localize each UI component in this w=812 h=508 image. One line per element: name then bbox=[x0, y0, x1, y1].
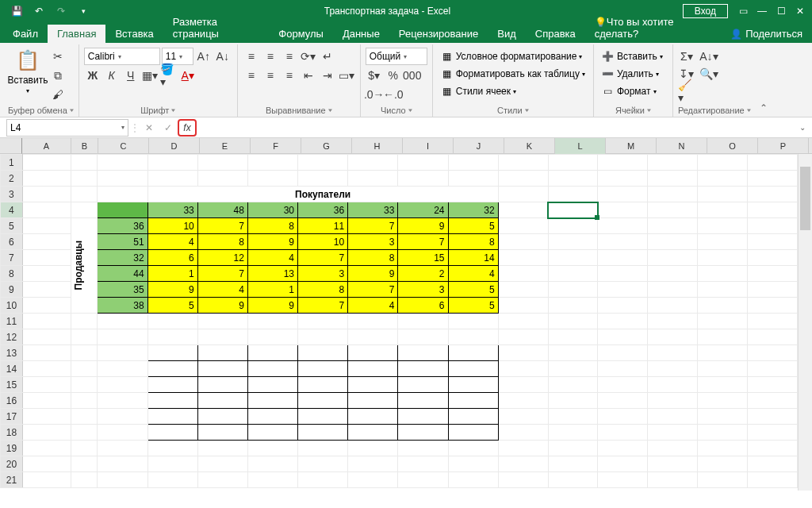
enter-formula-icon[interactable]: ✓ bbox=[159, 119, 178, 137]
cell-C1[interactable] bbox=[98, 155, 147, 171]
cell-M10[interactable] bbox=[598, 298, 648, 314]
cell-A11[interactable] bbox=[22, 314, 71, 329]
close-icon[interactable]: ✕ bbox=[791, 2, 809, 20]
cell-E21[interactable] bbox=[197, 472, 247, 488]
cell-I21[interactable] bbox=[398, 472, 448, 488]
cell-M5[interactable] bbox=[598, 218, 648, 234]
cell-A7[interactable] bbox=[22, 250, 71, 266]
column-header-P[interactable]: P bbox=[758, 138, 809, 154]
cell-H4[interactable]: 33 bbox=[348, 202, 398, 218]
cell-C14[interactable] bbox=[98, 361, 147, 377]
cell-I20[interactable] bbox=[398, 456, 448, 472]
cell-F15[interactable] bbox=[247, 377, 297, 393]
cell-I7[interactable]: 15 bbox=[398, 250, 448, 266]
tellme-box[interactable]: 💡Что вы хотите сделать? bbox=[585, 13, 721, 43]
cell-G7[interactable]: 7 bbox=[298, 250, 348, 266]
cell-E14[interactable] bbox=[197, 361, 247, 377]
cell-O1[interactable] bbox=[698, 155, 748, 171]
grid-body[interactable]: 123Покупатели4334830363324325Продавцы361… bbox=[0, 154, 798, 508]
cell-N11[interactable] bbox=[648, 314, 698, 329]
cell-E16[interactable] bbox=[197, 393, 247, 409]
cell-C3[interactable] bbox=[98, 187, 147, 202]
cell-A6[interactable] bbox=[22, 234, 71, 250]
row-header-5[interactable]: 5 bbox=[1, 218, 23, 234]
cell-J9[interactable]: 5 bbox=[448, 282, 498, 298]
cell-O10[interactable] bbox=[698, 298, 748, 314]
share-button[interactable]: 👤Поделиться bbox=[721, 25, 812, 43]
column-header-C[interactable]: C bbox=[98, 138, 149, 154]
cell-L18[interactable] bbox=[548, 425, 598, 441]
vertical-scrollbar[interactable] bbox=[798, 154, 812, 491]
row-header-18[interactable]: 18 bbox=[1, 425, 23, 441]
cell-A2[interactable] bbox=[22, 171, 71, 187]
increase-font-icon[interactable]: A↑ bbox=[195, 48, 213, 65]
cell-B18[interactable] bbox=[71, 425, 98, 441]
cell-K5[interactable] bbox=[498, 218, 548, 234]
align-middle-icon[interactable]: ≡ bbox=[262, 48, 279, 65]
cell-F14[interactable] bbox=[247, 361, 297, 377]
cell-E8[interactable]: 7 bbox=[197, 266, 247, 282]
cell-L8[interactable] bbox=[548, 266, 598, 282]
cell-C15[interactable] bbox=[98, 377, 147, 393]
cell-P2[interactable] bbox=[748, 171, 798, 187]
cell-M20[interactable] bbox=[598, 456, 648, 472]
cell-D5[interactable]: 10 bbox=[147, 218, 197, 234]
cell-H10[interactable]: 4 bbox=[348, 298, 398, 314]
cell-N16[interactable] bbox=[648, 393, 698, 409]
cell-N5[interactable] bbox=[648, 218, 698, 234]
cell-A15[interactable] bbox=[22, 377, 71, 393]
cell-M14[interactable] bbox=[598, 361, 648, 377]
cell-N8[interactable] bbox=[648, 266, 698, 282]
maximize-icon[interactable]: ☐ bbox=[772, 2, 790, 20]
cell-J16[interactable] bbox=[448, 393, 498, 409]
cell-I12[interactable] bbox=[398, 329, 448, 345]
cell-B17[interactable] bbox=[71, 409, 98, 425]
italic-button[interactable]: К bbox=[103, 67, 121, 84]
cell-C17[interactable] bbox=[98, 409, 147, 425]
cell-I11[interactable] bbox=[398, 314, 448, 329]
percent-icon[interactable]: % bbox=[385, 67, 402, 84]
cell-F9[interactable]: 1 bbox=[247, 282, 297, 298]
column-header-H[interactable]: H bbox=[352, 138, 403, 154]
cell-K17[interactable] bbox=[498, 409, 548, 425]
cell-E19[interactable] bbox=[197, 441, 247, 456]
fill-color-icon[interactable]: 🪣▾ bbox=[160, 67, 178, 84]
cell-O21[interactable] bbox=[698, 472, 748, 488]
borders-icon[interactable]: ▦▾ bbox=[141, 67, 159, 84]
row-header-21[interactable]: 21 bbox=[1, 472, 23, 488]
cell-B4[interactable] bbox=[71, 202, 98, 218]
cell-G4[interactable]: 36 bbox=[298, 202, 348, 218]
cell-G14[interactable] bbox=[298, 361, 348, 377]
cell-B21[interactable] bbox=[71, 472, 98, 488]
cell-C10[interactable]: 38 bbox=[98, 298, 147, 314]
cell-H17[interactable] bbox=[348, 409, 398, 425]
tab-review[interactable]: Рецензирование bbox=[389, 25, 488, 43]
cell-O16[interactable] bbox=[698, 393, 748, 409]
cell-P12[interactable] bbox=[748, 329, 798, 345]
cell-A18[interactable] bbox=[22, 425, 71, 441]
cell-G16[interactable] bbox=[298, 393, 348, 409]
cell-A16[interactable] bbox=[22, 393, 71, 409]
column-header-G[interactable]: G bbox=[301, 138, 352, 154]
cell-J2[interactable] bbox=[448, 171, 498, 187]
column-header-O[interactable]: O bbox=[707, 138, 758, 154]
cell-E10[interactable]: 9 bbox=[197, 298, 247, 314]
cell-O18[interactable] bbox=[698, 425, 748, 441]
row-header-8[interactable]: 8 bbox=[1, 266, 23, 282]
align-right-icon[interactable]: ≡ bbox=[281, 67, 298, 84]
cell-O14[interactable] bbox=[698, 361, 748, 377]
cell-D2[interactable] bbox=[147, 171, 197, 187]
column-header-L[interactable]: L bbox=[555, 138, 606, 154]
cell-H6[interactable]: 3 bbox=[348, 234, 398, 250]
cell-K19[interactable] bbox=[498, 441, 548, 456]
cell-O5[interactable] bbox=[698, 218, 748, 234]
cell-D1[interactable] bbox=[147, 155, 197, 171]
minimize-icon[interactable]: — bbox=[753, 2, 771, 20]
cell-L12[interactable] bbox=[548, 329, 598, 345]
cell-N9[interactable] bbox=[648, 282, 698, 298]
number-format-combo[interactable]: Общий bbox=[366, 48, 427, 65]
cell-P4[interactable] bbox=[748, 202, 798, 218]
cell-N15[interactable] bbox=[648, 377, 698, 393]
cell-F1[interactable] bbox=[247, 155, 297, 171]
save-icon[interactable]: 💾 bbox=[8, 2, 25, 20]
